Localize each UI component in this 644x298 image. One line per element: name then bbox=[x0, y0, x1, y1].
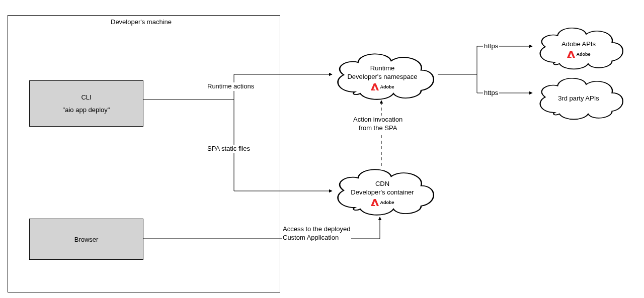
third-party-line1: 3rd party APIs bbox=[531, 94, 626, 103]
edge-label-https-2: https bbox=[483, 89, 499, 97]
edge-label-action-invocation: Action invocation from the SPA bbox=[352, 116, 404, 133]
adobe-icon bbox=[371, 199, 379, 206]
adobe-icon bbox=[371, 83, 379, 90]
cdn-line2: Developer's container bbox=[327, 188, 438, 197]
edge-label-https-1: https bbox=[483, 42, 499, 51]
runtime-line1: Runtime bbox=[327, 64, 438, 73]
cli-node: CLI "aio app deploy" bbox=[29, 80, 143, 127]
adobe-apis-line1: Adobe APIs bbox=[531, 40, 626, 49]
developer-machine-title: Developer's machine bbox=[110, 18, 173, 27]
cli-title: CLI bbox=[81, 93, 91, 101]
edge-label-runtime-actions: Runtime actions bbox=[206, 82, 255, 91]
adobe-logo: Adobe bbox=[567, 51, 591, 58]
diagram-canvas: Developer's machine CLI "aio app deploy"… bbox=[0, 0, 644, 298]
runtime-line2: Developer's namespace bbox=[327, 73, 438, 81]
adobe-brand-text: Adobe bbox=[380, 84, 394, 90]
adobe-icon bbox=[567, 51, 575, 58]
browser-node: Browser bbox=[29, 219, 143, 260]
cdn-line1: CDN bbox=[327, 180, 438, 188]
edge-label-spa-static: SPA static files bbox=[206, 145, 251, 153]
adobe-brand-text: Adobe bbox=[380, 200, 394, 206]
browser-title: Browser bbox=[74, 236, 99, 243]
cli-subtitle: "aio app deploy" bbox=[63, 106, 110, 114]
adobe-brand-text: Adobe bbox=[577, 52, 591, 58]
adobe-logo: Adobe bbox=[371, 83, 394, 90]
adobe-logo: Adobe bbox=[371, 199, 394, 206]
edge-label-access-app: Access to the deployed Custom Applicatio… bbox=[282, 225, 351, 242]
